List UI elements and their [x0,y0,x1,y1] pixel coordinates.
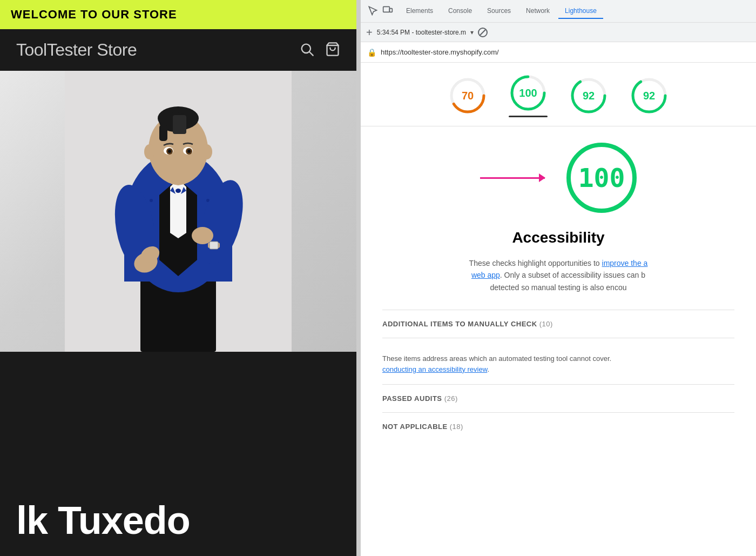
store-banner: WELCOME TO OUR STORE [0,0,356,29]
section-description: These checks highlight opportunities to … [382,257,734,293]
store-header: ToolTester Store [0,29,356,71]
tab-lighthouse[interactable]: Lighthouse [558,4,603,19]
svg-point-40 [187,150,191,153]
score-arrow [480,177,545,179]
product-title: lk Tuxedo [16,499,190,542]
desc-part1: These checks highlight opportunities to [469,259,602,267]
score-best-practices[interactable]: 92 [569,76,608,115]
review-link[interactable]: conducting an accessibility review [382,365,487,373]
store-logo: ToolTester Store [16,40,137,60]
svg-rect-31 [159,125,167,141]
link-suffix: . [487,365,489,373]
audit-additional-items: ADDITIONAL ITEMS TO MANUALLY CHECK (10) [382,310,734,338]
score-section: 100 [382,143,734,213]
url-text: https://tooltester-store.myshopify.com/ [381,48,499,56]
score-seo[interactable]: 92 [630,76,669,115]
devtools-topbar: Elements Console Sources Network Lightho… [361,0,756,23]
search-icon[interactable] [299,42,314,59]
audit-additional-desc: These items address areas which an autom… [382,338,734,384]
svg-rect-42 [389,8,392,12]
svg-line-1 [309,52,313,55]
responsive-icon[interactable] [382,5,393,18]
devtools-tabs: Elements Console Sources Network Lightho… [400,4,603,19]
desc-link2[interactable]: web app [471,271,500,279]
audit-not-applicable: NOT APPLICABLE (18) [382,412,734,440]
main-score-circle: 100 [566,143,637,213]
desc-part3: . Only a subset of accessibility issues … [500,271,645,279]
audit-additional-title: ADDITIONAL ITEMS TO MANUALLY CHECK [382,320,537,328]
arrow-container [480,177,545,179]
svg-rect-26 [210,242,218,249]
svg-point-13 [150,199,153,202]
tab-network[interactable]: Network [519,4,556,19]
svg-point-33 [144,144,155,159]
audit-passed: PASSED AUDITS (26) [382,384,734,412]
timestamp-text: 5:34:54 PM - tooltester-store.m [377,29,466,36]
svg-point-39 [168,150,171,153]
desc-text: These items address areas which an autom… [382,354,611,363]
panel-divider[interactable] [356,0,361,556]
header-icons [299,42,340,59]
store-footer: lk Tuxedo [0,485,356,556]
banner-text: WELCOME TO OUR STORE [11,8,177,22]
url-bar: 🔒 https://tooltester-store.myshopify.com… [361,42,756,63]
audit-additional-count: (10) [539,320,553,328]
desc-part4: detected so manual testing is also encou [490,283,627,292]
audit-passed-count: (26) [444,394,458,403]
score-performance[interactable]: 70 [448,76,487,115]
tab-elements[interactable]: Elements [400,4,440,19]
desc-link1[interactable]: improve the a [602,259,648,267]
cart-icon[interactable] [325,42,340,59]
score-accessibility[interactable]: 100 [509,73,548,117]
svg-rect-41 [383,6,390,12]
svg-point-11 [176,189,181,193]
devtools-panel: Elements Console Sources Network Lightho… [361,0,756,556]
section-title: Accessibility [382,229,734,246]
svg-point-34 [201,144,212,159]
tab-sources[interactable]: Sources [481,4,517,19]
block-requests-icon[interactable] [478,28,488,37]
audit-na-title: NOT APPLICABLE [382,423,448,431]
tab-console[interactable]: Console [442,4,478,19]
audit-na-count: (18) [450,423,463,431]
audit-passed-title: PASSED AUDITS [382,394,442,403]
lighthouse-content: 100 Accessibility These checks highlight… [361,126,756,556]
add-button[interactable]: + [366,27,373,38]
scores-row: 70 100 92 [361,63,756,126]
cursor-icon[interactable] [367,5,378,18]
store-panel: WELCOME TO OUR STORE ToolTester Store [0,0,356,556]
svg-rect-32 [173,115,186,134]
lock-icon: 🔒 [367,48,376,57]
main-score-value: 100 [578,163,625,193]
product-image [0,71,356,352]
store-image-container [0,71,356,556]
dropdown-arrow[interactable]: ▾ [470,29,474,36]
